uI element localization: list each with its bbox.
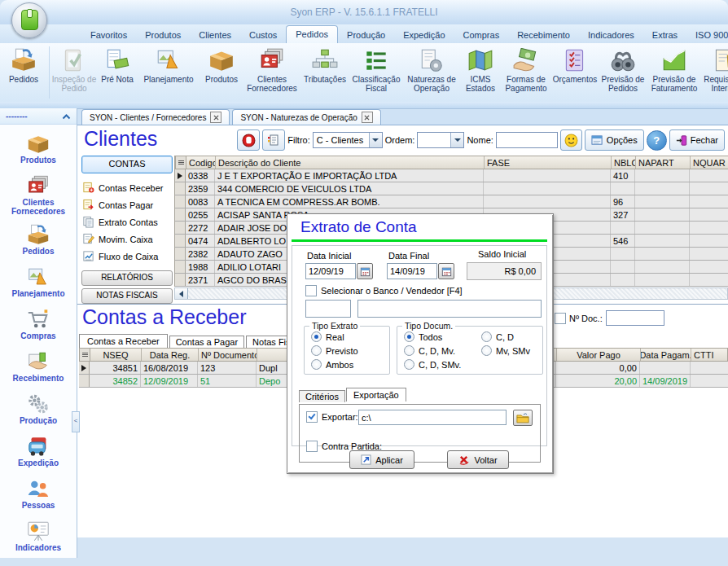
column-header[interactable]: NSEQ: [90, 349, 142, 361]
toolbar-planejamento[interactable]: Planejamento: [138, 43, 200, 102]
radio-todos[interactable]: Todos: [404, 331, 472, 342]
smiley-button[interactable]: [560, 129, 582, 151]
sidebar-item-produtos[interactable]: Produtos: [0, 133, 77, 175]
voltar-button[interactable]: Voltar: [447, 450, 509, 469]
tab-produtos[interactable]: Produtos: [136, 27, 190, 43]
column-header[interactable]: Data Pagam.: [641, 349, 691, 361]
tab-clientes[interactable]: Clientes: [190, 27, 240, 43]
doc-tab-clientes-fornecedores[interactable]: SYON - Clientes / Fornecedores: [81, 109, 230, 125]
row-selector-header[interactable]: [176, 156, 186, 169]
extrato-contas-item[interactable]: Extrato Contas: [81, 213, 173, 230]
toolbar-requisicao-interna[interactable]: Requisição Interna: [701, 43, 728, 102]
scroll-left-button[interactable]: [175, 288, 188, 299]
exportar-path-input[interactable]: [358, 410, 507, 425]
browse-folder-button[interactable]: [513, 410, 533, 426]
tab-expedicao[interactable]: Expedição: [394, 27, 454, 43]
selecionar-banco-checkbox[interactable]: [305, 285, 317, 296]
tab-exportacao[interactable]: Exportação: [346, 388, 406, 401]
stop-button[interactable]: [237, 129, 260, 151]
radio-ambos[interactable]: Ambos: [311, 359, 389, 370]
column-header[interactable]: Data Reg.: [142, 349, 199, 361]
tab-criterios[interactable]: Critérios: [299, 390, 345, 402]
exportar-checkbox[interactable]: [306, 411, 318, 423]
help-button[interactable]: ?: [647, 130, 667, 151]
radio-previsto[interactable]: Previsto: [311, 345, 389, 356]
radio-cd[interactable]: C, D: [481, 331, 540, 342]
toolbar-produtos[interactable]: Produtos: [200, 43, 243, 102]
filtro-dropdown[interactable]: C - Clientes: [313, 132, 383, 148]
column-header[interactable]: NAPART: [636, 156, 691, 169]
radio-cdmv[interactable]: C, D, Mv.: [404, 345, 472, 356]
sidebar-item-producao[interactable]: Produção: [0, 393, 77, 436]
tab-producao[interactable]: Produção: [338, 27, 394, 43]
toolbar-formas-de-pagamento[interactable]: Formas de Pagamento: [501, 43, 551, 102]
toolbar-pre-nota[interactable]: Pré Nota: [97, 43, 138, 102]
tab-compras[interactable]: Compras: [454, 27, 509, 43]
sidebar-item-pedidos[interactable]: Pedidos: [0, 224, 77, 266]
contas-pagar-item[interactable]: Contas Pagar: [81, 196, 173, 213]
report-list-button[interactable]: [262, 129, 285, 151]
sidebar-collapse-handle[interactable]: <: [72, 411, 80, 432]
toolbar-orcamentos[interactable]: Orçamentos: [551, 43, 599, 102]
banco-nome-input[interactable]: [357, 300, 542, 318]
tab-indicadores[interactable]: Indicadores: [579, 27, 643, 43]
column-header[interactable]: Codigo: [186, 156, 216, 169]
contas-receber-item[interactable]: Contas Receber: [81, 179, 173, 196]
doc-tab-naturezas-operacao[interactable]: SYON - Naturezas de Operação: [232, 109, 380, 125]
toolbar-icms-estados[interactable]: ICMS Estados: [460, 43, 501, 102]
toolbar-classificacao-fiscal[interactable]: Classificação Fiscal: [349, 43, 403, 102]
ordem-dropdown[interactable]: [417, 132, 464, 148]
sidebar-item-compras[interactable]: Compras: [0, 309, 77, 351]
nome-input[interactable]: [496, 132, 558, 148]
banco-codigo-input[interactable]: [305, 300, 351, 318]
opcoes-button[interactable]: Opções: [585, 129, 644, 151]
movim-caixa-item[interactable]: Movim. Caixa: [81, 230, 173, 248]
tab-iso9001[interactable]: ISO 9001: [686, 27, 728, 43]
data-inicial-input[interactable]: [305, 263, 356, 279]
toolbar-tributacoes[interactable]: Tributações: [300, 43, 349, 102]
toolbar-naturezas-de-operacao[interactable]: Naturezas de Operação: [403, 43, 460, 102]
fluxo-caixa-item[interactable]: Fluxo de Caixa: [81, 248, 173, 265]
radio-real[interactable]: Real: [311, 331, 389, 342]
toolbar-previsao-de-pedidos[interactable]: Previsão de Pedidos: [599, 43, 647, 102]
column-header[interactable]: FASE: [485, 156, 612, 169]
relatorios-button[interactable]: RELATÓRIOS: [81, 270, 173, 286]
aplicar-button[interactable]: Aplicar: [349, 450, 414, 469]
tab-pedidos[interactable]: Pedidos: [286, 25, 338, 43]
tab-recebimento[interactable]: Recebimento: [508, 27, 579, 43]
data-final-calendar-button[interactable]: [438, 263, 454, 279]
contas-button[interactable]: CONTAS: [81, 156, 173, 173]
data-inicial-calendar-button[interactable]: [357, 263, 373, 279]
sidebar-item-indicadores[interactable]: Indicadores: [0, 520, 77, 563]
data-final-input[interactable]: [387, 263, 437, 279]
sidebar-header[interactable]: --------: [0, 108, 77, 125]
sidebar-item-expedicao[interactable]: Expedição: [0, 436, 77, 478]
app-menu-button[interactable]: [11, 2, 47, 38]
sidebar-item-planejamento[interactable]: Planejamento: [0, 266, 77, 309]
ndoc-input[interactable]: [606, 310, 664, 326]
column-header[interactable]: CTTI: [691, 349, 728, 361]
column-header[interactable]: Nº Documento: [199, 349, 257, 361]
close-icon[interactable]: [362, 112, 373, 123]
sidebar-item-recebimento[interactable]: Recebimento: [0, 351, 77, 393]
tab-contas-a-pagar[interactable]: Contas a Pagar: [169, 336, 244, 348]
column-header[interactable]: NBLO: [612, 156, 636, 169]
column-header[interactable]: Descrição do Cliente: [216, 156, 485, 169]
column-header[interactable]: NQUAR: [691, 156, 728, 169]
contra-partida-checkbox[interactable]: [306, 441, 318, 452]
table-row[interactable]: 2359 344 COMERCIO DE VEICULOS LTDA: [175, 182, 728, 195]
row-selector-header[interactable]: [80, 349, 90, 361]
notas-fiscais-button[interactable]: NOTAS FISCAIS: [81, 288, 173, 304]
close-icon[interactable]: [210, 112, 221, 123]
toolbar-previsao-de-faturamento[interactable]: Previsão de Faturamento: [647, 43, 701, 102]
sidebar-item-pessoas[interactable]: Pessoas: [0, 478, 77, 520]
toolbar-pedidos[interactable]: Pedidos: [0, 43, 47, 102]
table-row[interactable]: 0338 J E T EXPORTAÇÃO E IMPORTAÇÃO LTDA …: [175, 169, 728, 182]
column-header[interactable]: Valor Pago: [557, 349, 641, 361]
fechar-button[interactable]: Fechar: [669, 129, 725, 151]
chevron-up-icon[interactable]: [62, 113, 71, 120]
radio-cdsmv[interactable]: C, D, SMv.: [404, 359, 472, 370]
ndoc-checkbox[interactable]: [555, 313, 566, 324]
tab-favoritos[interactable]: Favoritos: [81, 27, 136, 43]
tab-extras[interactable]: Extras: [643, 27, 686, 43]
